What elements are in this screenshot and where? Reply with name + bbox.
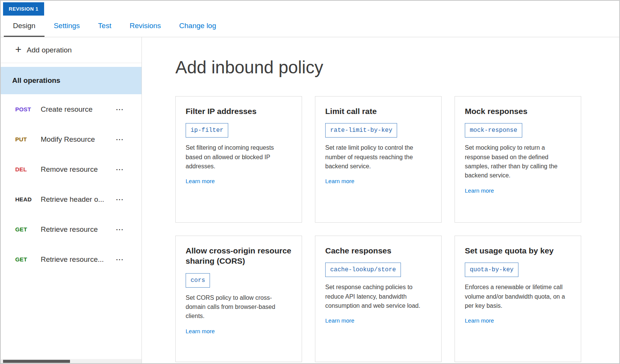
- policy-code-badge: quota-by-key: [465, 263, 518, 277]
- policy-card-cache[interactable]: Cache responses cache-lookup/store Set r…: [315, 236, 442, 362]
- operation-row-retrieve-resource-2[interactable]: GET Retrieve resource... •••: [1, 244, 141, 274]
- method-badge: PUT: [15, 136, 41, 142]
- policy-card-title: Filter IP addresses: [186, 106, 292, 116]
- tab-revisions[interactable]: Revisions: [121, 16, 170, 37]
- policy-card-rate-limit[interactable]: Limit call rate rate-limit-by-key Set ra…: [315, 96, 442, 223]
- learn-more-link[interactable]: Learn more: [325, 178, 355, 184]
- operation-name: Remove resource: [41, 165, 98, 174]
- operation-row-remove-resource[interactable]: DEL Remove resource •••: [1, 154, 141, 184]
- ellipsis-menu-icon[interactable]: •••: [116, 197, 124, 202]
- operation-row-modify-resource[interactable]: PUT Modify Resource •••: [1, 124, 141, 154]
- tab-bar: Design Settings Test Revisions Change lo…: [1, 16, 619, 37]
- ellipsis-menu-icon[interactable]: •••: [116, 257, 124, 262]
- horizontal-scrollbar[interactable]: [1, 359, 141, 363]
- method-badge: HEAD: [15, 196, 41, 203]
- policy-card-description: Set filtering of incoming requests based…: [186, 143, 292, 171]
- policy-card-mock-response[interactable]: Mock responses mock-response Set mocking…: [455, 96, 581, 223]
- learn-more-link[interactable]: Learn more: [186, 328, 215, 334]
- method-badge: DEL: [15, 166, 41, 173]
- tab-test[interactable]: Test: [89, 16, 121, 37]
- policy-card-description: Set mocking policy to return a response …: [465, 143, 571, 180]
- policy-card-description: Enforces a renewable or lifetime call vo…: [465, 283, 571, 310]
- policy-card-grid: Filter IP addresses ip-filter Set filter…: [175, 96, 619, 362]
- operations-sidebar: + Add operation All operations POST Crea…: [1, 37, 142, 363]
- ellipsis-menu-icon[interactable]: •••: [116, 227, 124, 232]
- page-body: + Add operation All operations POST Crea…: [1, 37, 619, 363]
- policy-card-cors[interactable]: Allow cross-origin resource sharing (COR…: [175, 236, 302, 362]
- tab-settings[interactable]: Settings: [45, 16, 89, 37]
- policy-card-title: Set usage quota by key: [465, 245, 571, 256]
- add-operation-button[interactable]: + Add operation: [1, 37, 141, 63]
- learn-more-link[interactable]: Learn more: [325, 317, 355, 324]
- method-badge: POST: [15, 106, 41, 112]
- policy-card-title: Limit call rate: [325, 106, 431, 116]
- page-title: Add inbound policy: [175, 57, 619, 78]
- add-operation-label: Add operation: [27, 46, 72, 54]
- policy-card-title: Cache responses: [325, 245, 431, 256]
- policy-code-badge: cache-lookup/store: [325, 263, 401, 277]
- operation-row-retrieve-resource[interactable]: GET Retrieve resource •••: [1, 214, 141, 244]
- operation-name: Modify Resource: [41, 135, 95, 144]
- operation-name: Retrieve resource: [41, 225, 98, 234]
- method-badge: GET: [15, 256, 41, 263]
- ellipsis-menu-icon[interactable]: •••: [116, 137, 124, 142]
- operation-name: Create resource: [41, 105, 92, 114]
- policy-code-badge: mock-response: [465, 123, 522, 138]
- tab-design[interactable]: Design: [4, 16, 45, 37]
- main-content: Add inbound policy Filter IP addresses i…: [142, 37, 619, 363]
- policy-card-title: Mock responses: [465, 106, 571, 116]
- policy-card-ip-filter[interactable]: Filter IP addresses ip-filter Set filter…: [175, 96, 302, 223]
- ellipsis-menu-icon[interactable]: •••: [116, 107, 124, 112]
- policy-card-quota[interactable]: Set usage quota by key quota-by-key Enfo…: [455, 236, 581, 362]
- learn-more-link[interactable]: Learn more: [465, 187, 494, 194]
- sidebar-item-all-operations[interactable]: All operations: [1, 67, 141, 94]
- operation-row-retrieve-header[interactable]: HEAD Retrieve header o... •••: [1, 184, 141, 214]
- method-badge: GET: [15, 226, 41, 233]
- scrollbar-thumb[interactable]: [3, 360, 70, 363]
- operation-list: POST Create resource ••• PUT Modify Reso…: [1, 94, 141, 274]
- ellipsis-menu-icon[interactable]: •••: [116, 167, 124, 172]
- policy-card-title: Allow cross-origin resource sharing (COR…: [186, 245, 292, 266]
- learn-more-link[interactable]: Learn more: [186, 178, 215, 184]
- api-management-page: REVISION 1 Design Settings Test Revision…: [0, 0, 620, 364]
- plus-icon: +: [15, 44, 21, 55]
- policy-card-description: Set CORS policy to allow cross-domain ca…: [186, 293, 292, 321]
- operation-name: Retrieve resource...: [41, 255, 104, 264]
- policy-code-badge: rate-limit-by-key: [325, 123, 397, 138]
- policy-card-description: Set rate limit policy to control the num…: [325, 143, 431, 171]
- operation-name: Retrieve header o...: [41, 195, 104, 204]
- tab-change-log[interactable]: Change log: [170, 16, 225, 37]
- revision-badge: REVISION 1: [3, 2, 44, 16]
- policy-card-description: Set response caching policies to reduce …: [325, 283, 431, 310]
- policy-code-badge: cors: [186, 273, 210, 288]
- policy-code-badge: ip-filter: [186, 123, 228, 138]
- learn-more-link[interactable]: Learn more: [465, 317, 494, 324]
- operation-row-create-resource[interactable]: POST Create resource •••: [1, 94, 141, 124]
- topbar: REVISION 1 Design Settings Test Revision…: [1, 1, 619, 37]
